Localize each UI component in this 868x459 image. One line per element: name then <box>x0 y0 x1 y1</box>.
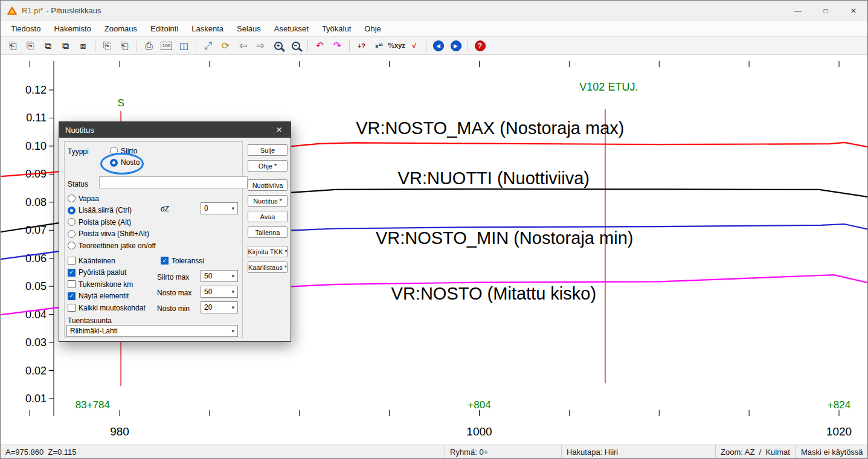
tuentasuunta-label: Tuentasuunta <box>68 316 112 325</box>
y-tick-label: 0.08 <box>25 196 47 208</box>
dialog-button-kaarilistaus[interactable]: Kaarilistaus * <box>248 262 288 273</box>
toolbar-separator <box>137 40 137 52</box>
zoom-extents-icon[interactable]: ⤢ <box>201 39 216 53</box>
menu-item-asetukset[interactable]: Asetukset <box>268 22 315 36</box>
checkbox-tukemiskone-km[interactable]: Tukemiskone km <box>68 280 146 288</box>
checkbox-kaikki-muutoskohdat[interactable]: Kaikki muutoskohdat <box>68 304 146 312</box>
dialog-title: Nuotitus <box>65 126 94 135</box>
dialog-button-nuotitus[interactable]: Nuotitus * <box>248 195 288 207</box>
status-field[interactable] <box>99 176 248 188</box>
dialog-button-avaa[interactable]: Avaa <box>248 211 288 222</box>
radio-indicator <box>110 159 118 167</box>
toolbar-group-0: ⎗⎘⧉⧉⧈ <box>5 39 91 53</box>
menu-item-ty-kalut[interactable]: Työkalut <box>315 22 358 36</box>
next-element-icon[interactable]: ▶ <box>448 39 463 53</box>
pan-left-icon[interactable]: ⇦ <box>236 39 251 53</box>
radio-indicator <box>110 147 118 155</box>
checkbox-indicator <box>68 257 76 265</box>
pan-right-icon[interactable]: ⇨ <box>253 39 268 53</box>
checkbox-n-yt-elementit[interactable]: ✓Näytä elementit <box>68 292 146 300</box>
dz-select[interactable]: 0 ▾ <box>201 202 238 214</box>
dialog-title-bar[interactable]: Nuotitus ✕ <box>59 122 291 138</box>
series-label: VR:NUOTTI (Nuottiviiva) <box>398 169 590 188</box>
dz-label: dZ <box>161 205 169 213</box>
checkbox-indicator: ✓ <box>161 257 169 265</box>
checkbox-k-nteinen[interactable]: Käänteinen <box>68 257 146 265</box>
y-tick-label: 0.01 <box>25 393 47 405</box>
checkbox-indicator <box>68 304 76 312</box>
dialog-button-kirjoita-tkk[interactable]: Kirjoita TKK * <box>248 246 288 257</box>
window-title-file: R1.pi* <box>22 6 43 15</box>
toolbar-group-4: ↶↷ <box>312 39 345 53</box>
add-query-icon[interactable]: +? <box>354 39 369 53</box>
nosto-min-select[interactable]: 20 ▾ <box>201 301 238 313</box>
dialog-button-sulje[interactable]: Sulje <box>248 144 288 156</box>
zoom-out-icon[interactable]: − <box>288 39 303 53</box>
close-window-icon[interactable]: ⧈ <box>76 39 91 53</box>
chevron-down-icon: ▾ <box>231 273 234 279</box>
check-values-icon[interactable]: √ <box>407 39 422 53</box>
tuentasuunta-select[interactable]: Riihimäki-Lahti ▾ <box>66 325 238 337</box>
radio-poista-viiva-shift-alt[interactable]: Poista viiva (Shift+Alt) <box>68 230 156 238</box>
save-profile-icon[interactable]: ⎘ <box>23 39 38 53</box>
maximize-button[interactable]: □ <box>812 1 840 21</box>
toolbar-group-2: ⎙150◫ <box>141 39 191 53</box>
menu-item-selaus[interactable]: Selaus <box>230 22 268 36</box>
layout-icon[interactable]: ◫ <box>176 39 191 53</box>
y-tick-label: 0.02 <box>25 365 47 377</box>
radio-teoreettinen-jatke-on-off[interactable]: Teoreettinen jatke on/off <box>68 242 156 249</box>
checkbox-py-rist-paalut[interactable]: ✓Pyöristä paalut <box>68 269 146 277</box>
radio-siirto[interactable]: Siirto <box>110 147 140 155</box>
checkbox-indicator <box>68 280 76 288</box>
x-tick-label: 1020 <box>826 425 852 438</box>
menu-item-tiedosto[interactable]: Tiedosto <box>4 22 47 36</box>
marker-label: S <box>117 97 124 109</box>
siirto-max-select[interactable]: 50 ▾ <box>201 270 238 282</box>
y-tick-label: 0.10 <box>25 140 47 152</box>
close-button[interactable]: ✕ <box>840 1 867 21</box>
radio-indicator <box>68 230 76 238</box>
dialog-button-nuottiviiva[interactable]: Nuottiviiva <box>248 179 288 191</box>
copy-icon[interactable]: ⎘ <box>100 39 115 53</box>
undo-icon[interactable]: ↶ <box>312 39 327 53</box>
status-bar: A=975.860 Z=0.115 Ryhmä: 0+ Hakutapa: Hi… <box>1 445 867 458</box>
redraw-icon[interactable]: ⟳ <box>218 39 233 53</box>
checkbox-toleranssi[interactable]: ✓Toleranssi <box>161 257 204 265</box>
scale-150-icon[interactable]: 150 <box>159 39 174 53</box>
nosto-max-select[interactable]: 50 ▾ <box>201 286 238 298</box>
radio-nosto[interactable]: Nosto <box>110 159 140 167</box>
nosto-max-label: Nosto max <box>157 289 191 297</box>
chevron-down-icon: ▾ <box>231 328 234 334</box>
radio-poista-piste-alt[interactable]: Poista piste (Alt) <box>68 218 156 226</box>
status-label: Status <box>68 180 88 188</box>
menu-item-laskenta[interactable]: Laskenta <box>185 22 230 36</box>
series-label: VR:NOSTO (Mitattu kisko) <box>391 284 596 303</box>
menu-item-hakemisto[interactable]: Hakemisto <box>47 22 97 36</box>
help-icon[interactable]: ? <box>472 39 487 53</box>
prev-element-icon[interactable]: ◀ <box>431 39 446 53</box>
menu-item-ohje[interactable]: Ohje <box>358 22 387 36</box>
statusbar-coordinates: A=975.860 Z=0.115 <box>1 445 445 458</box>
station-label: 83+784 <box>76 399 110 411</box>
dialog-close-icon[interactable]: ✕ <box>268 122 291 138</box>
minimize-button[interactable]: — <box>784 1 812 21</box>
radio-lis-siirr-ctrl[interactable]: Lisää,siirrä (Ctrl) <box>68 207 156 214</box>
menu-item-editointi[interactable]: Editointi <box>144 22 185 36</box>
series-label: VR:NOSTO_MAX (Nostoraja max) <box>356 118 624 138</box>
radio-vapaa[interactable]: Vapaa <box>68 194 156 202</box>
series-label: VR:NOSTO_MIN (Nostoraja min) <box>376 228 634 248</box>
nosto-min-label: Nosto min <box>157 304 190 313</box>
menu-item-zoomaus[interactable]: Zoomaus <box>98 22 144 36</box>
redo-icon[interactable]: ↷ <box>330 39 345 53</box>
xyz-fraction-icon[interactable]: ⁰⁄₁xyz <box>389 39 404 53</box>
dialog-button-tallenna[interactable]: Tallenna <box>248 226 288 238</box>
dialog-button-ohje[interactable]: Ohje * <box>248 160 288 172</box>
toolbar: ⎗⎘⧉⧉⧈⎘⎗⎙150◫⤢⟳⇦⇨+−↶↷+?x²¹⁰⁄₁xyz√◀▶? <box>1 36 867 55</box>
open-profile-icon[interactable]: ⎗ <box>5 39 21 53</box>
copy-window-icon[interactable]: ⧉ <box>40 39 56 53</box>
print-icon[interactable]: ⎙ <box>141 39 156 53</box>
new-window-icon[interactable]: ⧉ <box>58 39 73 53</box>
point-number-icon[interactable]: x²¹ <box>371 39 387 53</box>
zoom-in-icon[interactable]: + <box>271 39 286 53</box>
paste-icon[interactable]: ⎗ <box>117 39 132 53</box>
